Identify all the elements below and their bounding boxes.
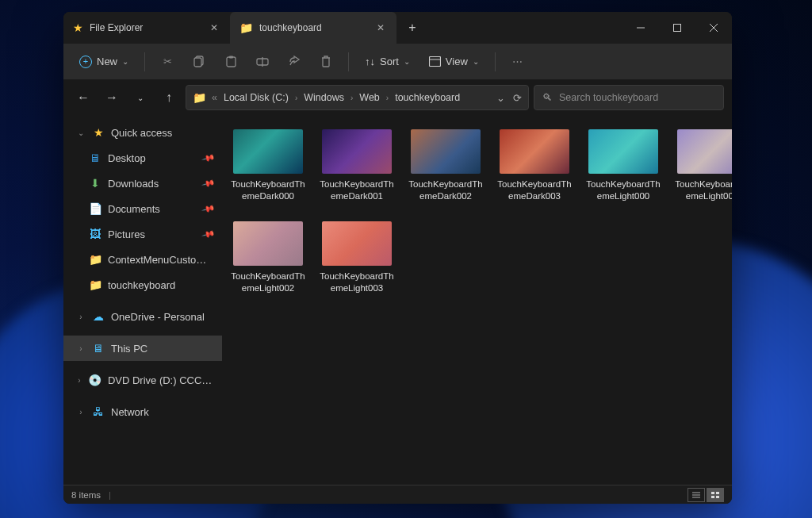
close-icon[interactable]: ✕ <box>374 21 387 34</box>
close-button[interactable] <box>695 12 732 44</box>
rename-icon <box>256 56 269 67</box>
close-icon[interactable]: ✕ <box>208 21 220 34</box>
svg-rect-15 <box>711 492 714 494</box>
recent-button[interactable]: ⌄ <box>128 86 152 109</box>
new-button[interactable]: + New ⌄ <box>71 49 136 75</box>
separator <box>348 52 349 71</box>
breadcrumb-segment[interactable]: touchkeyboard <box>395 92 460 103</box>
chevron-right-icon: › <box>76 408 86 416</box>
chevron-down-icon[interactable]: ⌄ <box>496 92 505 104</box>
back-button[interactable]: ← <box>71 86 95 109</box>
thumbnail <box>322 129 392 174</box>
tab-label: touchkeyboard <box>259 22 322 33</box>
sidebar-label: Desktop <box>108 152 146 164</box>
sidebar-item-pictures[interactable]: 🖼 Pictures 📌 <box>63 221 222 247</box>
sidebar-item-documents[interactable]: 📄 Documents 📌 <box>63 196 222 221</box>
sidebar-item-folder[interactable]: 📁 ContextMenuCustomizer <box>63 247 222 272</box>
sidebar-this-pc[interactable]: › 🖥 This PC <box>63 336 222 361</box>
pin-icon: 📌 <box>201 201 216 216</box>
icons-view-button[interactable] <box>707 488 724 502</box>
refresh-button[interactable]: ⟳ <box>513 92 522 104</box>
sidebar-label: This PC <box>111 343 147 355</box>
sidebar: ⌄ ★ Quick access 🖥 Desktop 📌 ⬇ Downloads… <box>63 115 222 485</box>
file-item[interactable]: TouchKeyboardThemeLight003 <box>319 221 395 294</box>
breadcrumb-segment[interactable]: Web <box>359 92 379 103</box>
folder-icon: 📁 <box>89 278 102 291</box>
thumbnail <box>322 221 392 266</box>
cut-button[interactable]: ✂ <box>153 49 182 75</box>
sidebar-label: DVD Drive (D:) CCCOMA_X64FRE <box>108 374 214 386</box>
sidebar-label: OneDrive - Personal <box>111 311 205 323</box>
sort-button[interactable]: ↑↓ Sort ⌄ <box>357 49 418 75</box>
copy-icon <box>193 56 205 67</box>
search-input[interactable]: 🔍︎ Search touchkeyboard <box>534 85 724 110</box>
view-button[interactable]: View ⌄ <box>421 49 487 75</box>
thumbnail <box>411 129 481 174</box>
thumbnail <box>233 129 303 174</box>
download-icon: ⬇ <box>89 177 102 190</box>
more-button[interactable]: ⋯ <box>504 49 532 75</box>
chevron-down-icon: ⌄ <box>122 57 128 66</box>
star-icon: ★ <box>73 21 83 34</box>
sidebar-dvd[interactable]: › 💿 DVD Drive (D:) CCCOMA_X64FRE <box>63 367 222 393</box>
file-label: TouchKeyboardThemeDark000 <box>230 178 306 202</box>
file-item[interactable]: TouchKeyboardThemeLight001 <box>674 129 732 202</box>
rename-button[interactable] <box>248 49 277 75</box>
svg-rect-17 <box>711 496 714 498</box>
file-item[interactable]: TouchKeyboardThemeDark000 <box>230 129 306 202</box>
sidebar-network[interactable]: › 🖧 Network <box>63 399 222 424</box>
delete-button[interactable] <box>312 49 340 75</box>
sidebar-item-downloads[interactable]: ⬇ Downloads 📌 <box>63 171 222 196</box>
details-view-button[interactable] <box>688 488 705 502</box>
search-icon: 🔍︎ <box>542 92 553 103</box>
file-item[interactable]: TouchKeyboardThemeDark001 <box>319 129 395 202</box>
pin-icon: 📌 <box>201 227 216 241</box>
tab-touchkeyboard[interactable]: 📁 touchkeyboard ✕ <box>230 12 396 44</box>
forward-button[interactable]: → <box>100 86 124 109</box>
separator: | <box>109 490 111 500</box>
file-item[interactable]: TouchKeyboardThemeLight002 <box>230 221 306 294</box>
sidebar-item-desktop[interactable]: 🖥 Desktop 📌 <box>63 145 222 171</box>
disc-icon: 💿 <box>89 374 102 386</box>
trash-icon <box>320 56 331 67</box>
network-icon: 🖧 <box>92 405 105 418</box>
svg-rect-1 <box>674 25 681 32</box>
chevron-down-icon: ⌄ <box>404 57 410 66</box>
thumbnail <box>233 221 303 266</box>
breadcrumb-segment[interactable]: Local Disk (C:) <box>224 92 289 103</box>
sidebar-label: Quick access <box>111 127 172 139</box>
svg-rect-16 <box>716 492 719 494</box>
svg-rect-18 <box>716 496 719 498</box>
up-button[interactable]: ↑ <box>157 86 181 109</box>
sidebar-onedrive[interactable]: › ☁ OneDrive - Personal <box>63 304 222 329</box>
tab-file-explorer[interactable]: ★ File Explorer ✕ <box>63 12 230 44</box>
chevron-right-icon: › <box>350 94 353 102</box>
status-bar: 8 items | <box>63 485 732 504</box>
new-tab-button[interactable]: + <box>396 12 428 44</box>
sidebar-quick-access[interactable]: ⌄ ★ Quick access <box>63 120 222 145</box>
file-explorer-window: ★ File Explorer ✕ 📁 touchkeyboard ✕ + + … <box>63 12 732 504</box>
view-label: View <box>446 56 468 67</box>
chevron-down-icon: ⌄ <box>76 129 86 137</box>
svg-rect-10 <box>429 57 440 67</box>
file-item[interactable]: TouchKeyboardThemeLight000 <box>585 129 661 202</box>
breadcrumb-segment[interactable]: Windows <box>304 92 344 103</box>
chevron-right-icon: › <box>76 376 82 385</box>
svg-rect-7 <box>229 56 233 59</box>
maximize-button[interactable] <box>659 12 695 44</box>
share-button[interactable] <box>280 49 308 75</box>
address-bar[interactable]: 📁 « Local Disk (C:) › Windows › Web › to… <box>186 85 529 110</box>
thumbnail <box>677 129 732 174</box>
file-item[interactable]: TouchKeyboardThemeDark002 <box>408 129 484 202</box>
paste-button[interactable] <box>216 49 245 75</box>
minimize-button[interactable] <box>622 12 659 44</box>
separator <box>495 52 496 71</box>
file-item[interactable]: TouchKeyboardThemeDark003 <box>496 129 573 202</box>
file-label: TouchKeyboardThemeDark001 <box>319 178 395 202</box>
sidebar-item-folder[interactable]: 📁 touchkeyboard <box>63 272 222 297</box>
sidebar-label: Network <box>111 406 149 418</box>
separator <box>144 52 145 71</box>
view-icon <box>429 56 441 67</box>
copy-button[interactable] <box>185 49 213 75</box>
file-label: TouchKeyboardThemeLight003 <box>319 271 395 294</box>
